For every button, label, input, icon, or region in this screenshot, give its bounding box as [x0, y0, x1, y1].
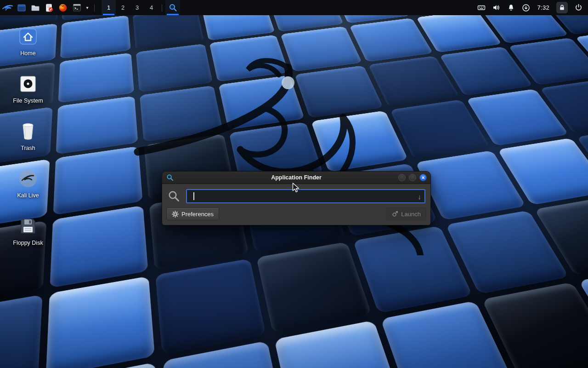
panel-separator [94, 4, 95, 12]
gear-icon [172, 211, 179, 218]
lock-screen-button[interactable] [556, 2, 568, 13]
window-icon [17, 3, 27, 13]
desktop-icon-label: Trash [21, 145, 35, 151]
workspace-2[interactable]: 2 [116, 0, 130, 15]
application-finder-task-icon [169, 3, 177, 12]
text-editor-launcher[interactable] [42, 0, 56, 15]
desktop-icon-kali-live[interactable]: Kali Live [7, 168, 49, 199]
maximize-button[interactable] [409, 174, 416, 181]
top-panel: ▾ 1 2 3 4 [0, 0, 588, 15]
firefox-icon [58, 3, 68, 13]
launch-label: Launch [401, 211, 421, 218]
workspace-switcher: 1 2 3 4 [102, 0, 158, 15]
clock[interactable]: 7:32 [537, 4, 549, 11]
desktop-icon-file-system[interactable]: File System [7, 73, 49, 104]
application-finder-window-icon [166, 174, 174, 181]
home-icon [18, 28, 38, 46]
file-system-icon [19, 75, 37, 93]
window-manager-launcher[interactable] [15, 0, 28, 15]
logout-button[interactable] [575, 4, 582, 12]
lock-icon [559, 4, 565, 11]
desktop-icon-column: Home File System Trash [7, 26, 49, 246]
minimize-button[interactable] [398, 174, 406, 181]
taskbar-application-finder[interactable] [165, 0, 180, 15]
notifications-indicator[interactable] [507, 4, 515, 12]
keyboard-indicator[interactable] [477, 4, 486, 12]
search-entry: ↓ [186, 189, 425, 203]
kali-logo-icon [2, 2, 14, 14]
desktop-icon-label: File System [13, 98, 43, 104]
trash-icon [20, 121, 36, 141]
close-button[interactable]: × [419, 174, 427, 181]
search-icon [168, 190, 180, 202]
desktop-icon-trash[interactable]: Trash [7, 121, 49, 151]
firefox-launcher[interactable] [56, 0, 70, 15]
bell-icon [507, 4, 515, 12]
kali-menu-button[interactable] [1, 0, 15, 15]
document-icon [44, 3, 54, 13]
desktop-icon-label: Floppy Disk [13, 240, 43, 246]
folder-icon [30, 3, 40, 13]
keyboard-icon [477, 4, 486, 12]
volume-indicator[interactable] [492, 4, 500, 12]
workspace-1[interactable]: 1 [102, 0, 116, 15]
logout-icon [575, 4, 582, 12]
desktop-icon-label: Kali Live [17, 192, 39, 199]
terminal-launcher[interactable] [70, 0, 84, 15]
desktop-icon-home[interactable]: Home [7, 26, 49, 57]
kali-live-icon [18, 169, 38, 188]
chevron-down-icon: ▾ [86, 5, 88, 10]
titlebar[interactable]: Application Finder × [162, 172, 430, 184]
window-title: Application Finder [271, 174, 322, 181]
workspace-4[interactable]: 4 [144, 0, 158, 15]
launch-icon [392, 211, 398, 217]
desktop-icon-floppy-disk[interactable]: Floppy Disk [7, 215, 49, 246]
updates-indicator[interactable] [522, 4, 530, 12]
panel-separator [162, 4, 162, 12]
desktop-icon-label: Home [20, 50, 35, 57]
update-circle-icon [522, 4, 530, 12]
window-body: ↓ Preferences [162, 184, 430, 225]
file-manager-launcher[interactable] [28, 0, 42, 15]
workspace-3[interactable]: 3 [130, 0, 144, 15]
floppy-disk-icon [19, 217, 37, 236]
preferences-label: Preferences [181, 211, 214, 218]
speaker-icon [492, 4, 500, 12]
dropdown-arrow-icon[interactable]: ↓ [418, 192, 422, 201]
preferences-button[interactable]: Preferences [166, 207, 219, 220]
terminal-icon [72, 3, 82, 12]
search-input[interactable] [187, 190, 424, 202]
application-finder-window: Application Finder × ↓ [162, 171, 431, 225]
terminal-dropdown-button[interactable]: ▾ [84, 0, 91, 15]
launch-button[interactable]: Launch [386, 207, 426, 220]
system-tray: 7:32 [477, 2, 585, 13]
text-caret [193, 192, 194, 200]
